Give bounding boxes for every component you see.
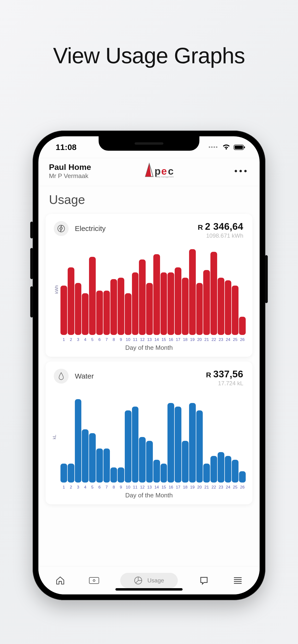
x-tick: 13 (146, 337, 153, 342)
chart-bar (132, 272, 139, 335)
x-tick: 10 (125, 485, 131, 490)
svg-rect-8 (89, 578, 99, 584)
x-tick: 20 (196, 337, 203, 342)
account-block[interactable]: Paul Home Mr P Vermaak (49, 162, 91, 180)
chart-bar (82, 429, 89, 482)
phone-side-button (30, 248, 33, 279)
x-tick: 12 (139, 485, 146, 490)
tab-wallet[interactable] (86, 573, 102, 588)
x-tick: 15 (161, 485, 167, 490)
chart-y-label: kL (52, 434, 57, 439)
x-tick: 5 (89, 337, 96, 342)
status-time: 11:08 (56, 142, 77, 152)
chart-bar (125, 410, 131, 482)
x-tick: 8 (110, 337, 117, 342)
more-menu-button[interactable] (232, 168, 249, 175)
account-holder: Mr P Vermaak (49, 172, 91, 180)
x-tick: 18 (182, 485, 189, 490)
x-tick: 20 (196, 485, 203, 490)
svg-text:e: e (161, 166, 167, 177)
chart-bar (203, 270, 210, 335)
battery-icon (234, 142, 245, 152)
chart-bar (196, 410, 203, 482)
x-tick: 22 (210, 337, 217, 342)
x-tick: 18 (182, 337, 189, 342)
chart-bar (60, 286, 67, 335)
wifi-icon (222, 142, 230, 152)
home-indicator[interactable] (115, 588, 183, 590)
x-tick: 14 (153, 337, 160, 342)
chart-bar (75, 283, 82, 335)
electricity-subvalue: 1098.671 kWh (198, 232, 243, 239)
x-tick: 9 (117, 485, 124, 490)
chart-bar (210, 252, 217, 335)
x-tick: 11 (132, 485, 139, 490)
chart-bar (110, 468, 117, 482)
brand-logo: p e c utility management (142, 163, 181, 180)
chart-x-label: Day of the Month (52, 344, 246, 352)
tab-home[interactable] (53, 573, 68, 588)
chart-bar (89, 257, 96, 335)
svg-rect-1 (235, 146, 243, 149)
x-tick: 26 (239, 337, 246, 342)
water-amount: R337,56 (206, 369, 243, 380)
tab-usage[interactable]: Usage (120, 573, 178, 588)
x-tick: 16 (168, 337, 174, 342)
x-tick: 4 (82, 485, 89, 490)
chart-bar (168, 272, 174, 335)
tab-chat[interactable] (196, 573, 212, 588)
x-tick: 26 (239, 485, 246, 490)
chart-bar (139, 437, 146, 482)
chart-bar (110, 279, 117, 335)
x-tick: 9 (117, 337, 124, 342)
x-tick: 8 (110, 485, 117, 490)
x-tick: 19 (189, 337, 196, 342)
chart-y-label: kWh (54, 285, 59, 294)
x-tick: 3 (75, 485, 82, 490)
page-title: Usage (38, 186, 260, 209)
chart-bar (239, 317, 246, 335)
chart-bar (189, 403, 196, 483)
tab-usage-label: Usage (147, 577, 164, 584)
tab-menu[interactable] (230, 573, 245, 588)
water-x-axis: 1234567891011121314151617181920212223242… (52, 485, 246, 490)
promo-title: View Usage Graphs (53, 43, 245, 68)
notch (99, 136, 199, 151)
chart-bar (89, 433, 96, 482)
x-tick: 15 (161, 337, 167, 342)
cellular-icon (209, 146, 217, 148)
x-tick: 1 (60, 485, 67, 490)
water-chart (60, 392, 246, 482)
x-tick: 5 (89, 485, 96, 490)
usage-card-electricity[interactable]: Electricity R2 346,64 1098.671 kWh kWh 1… (46, 214, 252, 357)
usage-card-water[interactable]: Water R337,56 17.724 kL kL 1234567891011… (46, 362, 252, 504)
x-tick: 17 (175, 485, 181, 490)
chart-bar (218, 452, 224, 482)
x-tick: 7 (103, 337, 110, 342)
card-title: Electricity (75, 224, 106, 233)
x-tick: 24 (225, 337, 232, 342)
chart-bar (153, 460, 160, 482)
x-tick: 10 (125, 337, 131, 342)
x-tick: 3 (75, 337, 82, 342)
bolt-icon (54, 221, 69, 236)
chart-bar (161, 464, 167, 482)
x-tick: 2 (68, 337, 74, 342)
x-tick: 22 (210, 485, 217, 490)
x-tick: 21 (203, 337, 210, 342)
electricity-x-axis: 1234567891011121314151617181920212223242… (52, 337, 246, 342)
chart-bar (139, 260, 146, 335)
x-tick: 2 (68, 485, 74, 490)
x-tick: 1 (60, 337, 67, 342)
chart-bar (117, 468, 124, 482)
x-tick: 13 (146, 485, 153, 490)
electricity-amount: R2 346,64 (198, 221, 243, 232)
x-tick: 16 (168, 485, 174, 490)
x-tick: 7 (103, 485, 110, 490)
chart-bar (132, 406, 139, 482)
svg-text:utility management: utility management (156, 176, 174, 178)
chart-bar (175, 406, 181, 482)
chart-bar (103, 290, 110, 335)
chart-bar (225, 456, 232, 482)
chart-bar (96, 290, 103, 335)
